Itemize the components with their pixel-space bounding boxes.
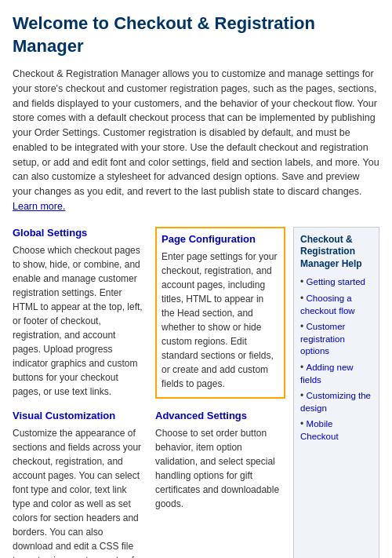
intro-paragraph: Checkout & Registration Manager allows y… bbox=[13, 67, 379, 214]
sidebar-item-getting-started: Getting started bbox=[300, 276, 372, 289]
help-sidebar: Checkout & Registration Manager Help Get… bbox=[293, 227, 379, 558]
sidebar-item-customer-registration: Customer registration options bbox=[300, 321, 372, 358]
getting-started-link[interactable]: Getting started bbox=[307, 277, 365, 286]
customer-registration-link[interactable]: Customer registration options bbox=[300, 322, 345, 356]
page-configuration-block: Page Configuration Enter page settings f… bbox=[155, 227, 285, 399]
sections-grid: Global Settings Choose which checkout pa… bbox=[13, 227, 285, 558]
page-configuration-text: Enter page settings for your checkout, r… bbox=[162, 250, 279, 391]
sidebar-item-checkout-flow: Choosing a checkout flow bbox=[300, 293, 372, 317]
sidebar-item-customizing-design: Customizing the design bbox=[300, 390, 372, 414]
main-content: Global Settings Choose which checkout pa… bbox=[13, 227, 379, 558]
visual-customization-block: Visual Customization Customize the appea… bbox=[13, 410, 143, 558]
advanced-settings-block: Advanced Settings Choose to set order bu… bbox=[155, 410, 285, 558]
checkout-flow-link[interactable]: Choosing a checkout flow bbox=[300, 294, 355, 315]
customizing-design-link[interactable]: Customizing the design bbox=[300, 391, 371, 413]
advanced-settings-text: Choose to set order button behavior, ite… bbox=[155, 426, 285, 511]
page-configuration-link[interactable]: Page Configuration bbox=[162, 233, 279, 245]
left-content: Global Settings Choose which checkout pa… bbox=[13, 227, 293, 558]
sidebar-links-list: Getting started Choosing a checkout flow… bbox=[300, 276, 372, 443]
advanced-settings-link[interactable]: Advanced Settings bbox=[155, 410, 285, 421]
global-settings-link[interactable]: Global Settings bbox=[13, 227, 143, 239]
global-settings-block: Global Settings Choose which checkout pa… bbox=[13, 227, 143, 399]
global-settings-text: Choose which checkout pages to show, hid… bbox=[13, 243, 143, 399]
visual-customization-link[interactable]: Visual Customization bbox=[13, 410, 143, 421]
learn-more-link[interactable]: Learn more. bbox=[13, 201, 65, 212]
sidebar-item-adding-fields: Adding new fields bbox=[300, 362, 372, 386]
sidebar-item-mobile-checkout: Mobile Checkout bbox=[300, 418, 372, 443]
adding-fields-link[interactable]: Adding new fields bbox=[300, 363, 354, 385]
sidebar-title: Checkout & Registration Manager Help bbox=[300, 234, 372, 271]
visual-customization-text: Customize the appearance of sections and… bbox=[13, 426, 143, 558]
mobile-checkout-sidebar-link[interactable]: Mobile Checkout bbox=[300, 419, 339, 441]
page-title: Welcome to Checkout & Registration Manag… bbox=[13, 13, 379, 57]
